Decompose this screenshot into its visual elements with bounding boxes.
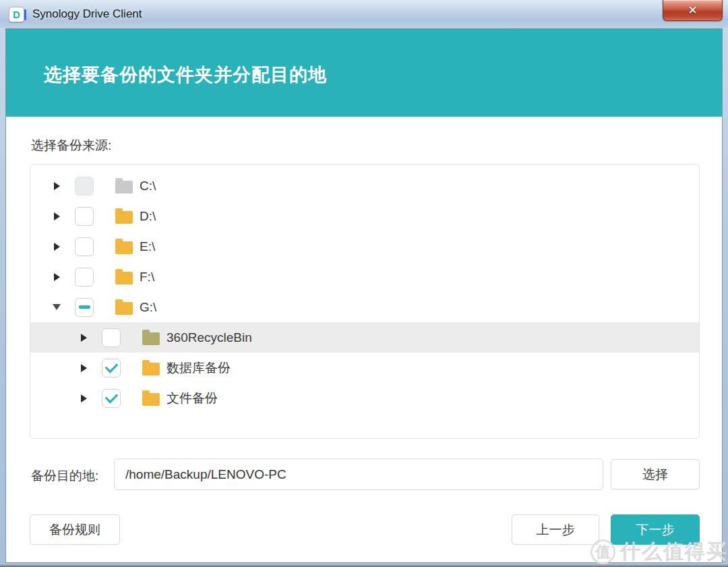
expand-arrow-icon[interactable]: [79, 333, 88, 342]
tree-item-label: D:\: [140, 209, 156, 224]
folder-checkbox[interactable]: [75, 207, 94, 226]
tree-row[interactable]: D:\: [30, 201, 699, 231]
folder-icon: [115, 302, 133, 315]
triangle-glyph: [54, 212, 60, 220]
triangle-glyph: [81, 334, 87, 342]
tree-row[interactable]: 360RecycleBin: [30, 322, 699, 353]
folder-icon: [142, 393, 160, 406]
folder-icon: [142, 363, 160, 376]
triangle-glyph: [54, 182, 60, 190]
tree-row[interactable]: 数据库备份: [30, 353, 699, 383]
close-icon: ✕: [688, 5, 697, 16]
tree-item-label: 360RecycleBin: [166, 330, 252, 345]
logo-letter: D: [13, 9, 20, 20]
next-button[interactable]: 下一步: [611, 514, 700, 545]
browse-button[interactable]: 选择: [611, 459, 700, 489]
folder-icon: [142, 332, 160, 345]
expand-arrow-icon[interactable]: [79, 394, 88, 403]
wizard-header: 选择要备份的文件夹并分配目的地: [6, 29, 722, 117]
triangle-glyph: [81, 364, 87, 372]
backup-rules-button[interactable]: 备份规则: [30, 514, 120, 545]
collapse-arrow-icon[interactable]: [52, 303, 61, 312]
tree-item-label: 文件备份: [166, 390, 218, 407]
folder-icon: [115, 272, 133, 285]
close-button[interactable]: ✕: [663, 0, 723, 21]
tree-row[interactable]: G:\: [30, 292, 699, 322]
folder-checkbox[interactable]: [102, 389, 121, 408]
expand-arrow-icon[interactable]: [52, 212, 61, 221]
tree-item-label: E:\: [140, 239, 155, 254]
title-bar: D Synology Drive Client ✕: [0, 0, 728, 28]
triangle-glyph: [81, 394, 87, 402]
logo-bar: [24, 9, 26, 20]
triangle-glyph: [53, 304, 61, 310]
tree-item-label: G:\: [140, 300, 156, 315]
folder-icon: [115, 211, 133, 224]
tree-item-label: C:\: [140, 179, 156, 193]
folder-checkbox[interactable]: [102, 359, 121, 378]
page-title: 选择要备份的文件夹并分配目的地: [44, 63, 327, 87]
tree-row[interactable]: E:\: [30, 231, 699, 262]
window-bottom-edge: [0, 563, 728, 567]
folder-checkbox[interactable]: [102, 328, 121, 347]
folder-checkbox[interactable]: [75, 237, 94, 256]
source-label: 选择备份来源:: [31, 137, 111, 154]
folder-tree: C:\D:\E:\F:\G:\360RecycleBin数据库备份文件备份: [30, 164, 700, 439]
tree-item-label: 数据库备份: [166, 359, 231, 377]
client-area: 选择要备份的文件夹并分配目的地 选择备份来源: C:\D:\E:\F:\G:\3…: [5, 28, 723, 563]
expand-arrow-icon[interactable]: [79, 363, 88, 373]
folder-icon: [115, 241, 133, 254]
expand-arrow-icon[interactable]: [52, 272, 61, 282]
tree-row[interactable]: 文件备份: [30, 383, 699, 413]
back-button[interactable]: 上一步: [512, 514, 599, 545]
tree-item-label: F:\: [140, 270, 154, 285]
destination-path-input[interactable]: [114, 458, 603, 490]
window-title: Synology Drive Client: [32, 7, 142, 21]
synology-drive-logo-icon: D: [9, 7, 24, 22]
folder-icon: [115, 181, 133, 193]
triangle-glyph: [54, 243, 60, 251]
folder-checkbox[interactable]: [75, 298, 94, 317]
folder-checkbox: [75, 177, 94, 196]
folder-checkbox[interactable]: [75, 268, 94, 287]
tree-row[interactable]: F:\: [30, 262, 699, 292]
tree-row[interactable]: C:\: [30, 171, 699, 201]
expand-arrow-icon[interactable]: [52, 181, 61, 191]
triangle-glyph: [54, 273, 60, 281]
expand-arrow-icon[interactable]: [52, 242, 61, 251]
destination-label: 备份目的地:: [31, 467, 98, 485]
